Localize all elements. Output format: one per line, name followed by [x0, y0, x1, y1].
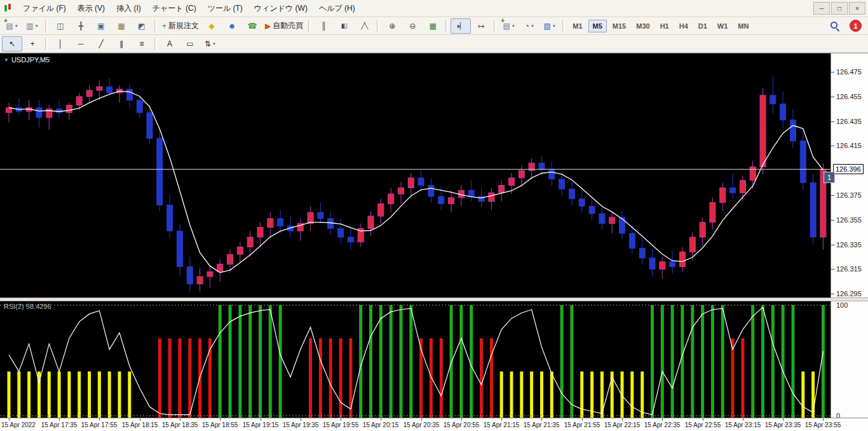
moving-average-line: [9, 91, 823, 273]
time-axis[interactable]: 15 Apr 202215 Apr 17:3515 Apr 17:5515 Ap…: [0, 418, 868, 431]
price-scale-tick: [831, 220, 834, 221]
tile-windows-button[interactable]: ▦: [423, 18, 443, 34]
new-order-button[interactable]: +新規注文: [159, 18, 201, 34]
menu-item[interactable]: チャート (C): [147, 1, 202, 17]
notification-badge[interactable]: 1: [850, 20, 862, 32]
time-scale-tick: [461, 418, 462, 421]
metaeditor-button[interactable]: ◆: [201, 18, 222, 34]
pane-separator[interactable]: [0, 298, 868, 301]
text-tool-button[interactable]: A: [159, 36, 180, 51]
community-button[interactable]: ☻: [222, 18, 242, 34]
menu-item[interactable]: ヘルプ (H): [313, 1, 361, 17]
new-chart-button[interactable]: ▤+▼: [2, 18, 22, 34]
dropdown-arrow-icon: ▼: [15, 24, 18, 28]
line-chart-icon: ╱╲: [361, 23, 367, 29]
restore-button[interactable]: □: [831, 2, 848, 15]
support-button[interactable]: ☎: [242, 18, 262, 34]
periods-button[interactable]: ◔▼: [519, 18, 539, 34]
zoom-out-button[interactable]: ⊖: [402, 18, 423, 34]
minimize-button[interactable]: ─: [813, 2, 830, 15]
trendline-tool-button[interactable]: ╱: [91, 36, 111, 51]
terminal-button[interactable]: ▦: [111, 18, 132, 34]
community-icon: ☻: [228, 22, 236, 30]
crosshair-tool-button[interactable]: +: [22, 36, 43, 51]
auto-trading-button[interactable]: ▶自動売買: [262, 18, 306, 34]
standard-toolbar: ▤+▼▥▼◫╋▣▦◩+新規注文◆☻☎▶自動売買║▮▯╱╲⊕⊖▦▸▏↦▤+▼◔▼▧…: [0, 17, 868, 35]
templates-button[interactable]: ▧▼: [539, 18, 560, 34]
arrows-icon: ⇅: [205, 40, 211, 48]
time-scale-tick: [261, 418, 261, 421]
search-button[interactable]: [824, 18, 844, 34]
time-scale-label: 15 Apr 17:35: [37, 421, 81, 428]
horizontal-line-tool-button[interactable]: ─: [71, 36, 91, 51]
text-icon: A: [167, 40, 172, 48]
timeframe-mn-button[interactable]: MN: [733, 20, 753, 32]
periods-clock-icon: ◔: [525, 22, 529, 30]
timeframe-m30-button[interactable]: M30: [632, 20, 654, 32]
auto-scroll-button[interactable]: ▸▏: [451, 18, 471, 34]
timeframe-m5-button[interactable]: M5: [588, 20, 607, 32]
price-axis[interactable]: 126.396 126.475126.455126.435126.415126.…: [831, 53, 868, 421]
vertical-line-icon: │: [58, 40, 63, 48]
new-order-button-label: 新規注文: [168, 20, 199, 31]
data-window-icon: ▣: [97, 22, 104, 30]
price-scale-tick: [831, 121, 834, 122]
market-watch-button[interactable]: ◫: [50, 18, 71, 34]
timeframe-w1-button[interactable]: W1: [713, 20, 733, 32]
menu-item[interactable]: 挿入 (I): [111, 1, 147, 17]
strategy-tester-button[interactable]: ◩: [132, 18, 152, 34]
templates-icon: ▧: [544, 22, 551, 30]
time-scale-label: 15 Apr 18:55: [198, 421, 242, 428]
time-scale-label: 15 Apr 17:55: [77, 421, 121, 428]
chart-symbol-label: ▼ USDJPY,M5: [4, 56, 50, 64]
channel-tool-button[interactable]: ∥: [111, 36, 132, 51]
toolbar-separator: [154, 20, 157, 32]
time-scale-label: 15 Apr 19:35: [278, 421, 323, 428]
close-button[interactable]: ×: [849, 2, 865, 15]
profiles-icon: ▥: [26, 22, 33, 30]
timeframe-h4-button[interactable]: H4: [675, 20, 693, 32]
toolbar-separator: [45, 20, 48, 32]
navigator-button[interactable]: ╋: [71, 18, 91, 34]
price-scale-label: 126.315: [836, 265, 862, 273]
plus-badge-icon: +: [4, 18, 8, 24]
current-price-label: 126.396: [833, 164, 864, 174]
profiles-button[interactable]: ▥▼: [22, 18, 43, 34]
time-scale-tick: [9, 418, 10, 421]
arrows-tool-button[interactable]: ⇅▼: [200, 36, 220, 51]
time-scale-tick: [220, 418, 220, 421]
timeframe-d1-button[interactable]: D1: [694, 20, 712, 32]
timeframe-h1-button[interactable]: H1: [656, 20, 674, 32]
timeframe-m1-button[interactable]: M1: [568, 20, 587, 32]
time-scale-tick: [823, 418, 824, 421]
bar-chart-button[interactable]: ║: [313, 18, 334, 34]
main-price-chart[interactable]: [0, 53, 831, 298]
menu-item[interactable]: 表示 (V): [72, 1, 111, 17]
menu-item[interactable]: ツール (T): [202, 1, 248, 17]
time-scale-label: 15 Apr 20:35: [399, 421, 444, 428]
menu-item[interactable]: ファイル (F): [17, 1, 72, 17]
rsi-indicator-chart[interactable]: [0, 300, 831, 421]
label-tool-button[interactable]: ▭: [180, 36, 200, 51]
time-scale-tick: [421, 418, 422, 421]
candlestick-chart-button[interactable]: ▮▯: [334, 18, 354, 34]
zoom-in-button[interactable]: ⊕: [382, 18, 402, 34]
price-scale-label: 126.295: [836, 290, 862, 298]
symbol-text: USDJPY,M5: [11, 56, 50, 64]
indicators-button[interactable]: ▤+▼: [499, 18, 519, 34]
menu-item[interactable]: ウィンドウ (W): [248, 1, 313, 17]
equidistant-channel-icon: ∥: [119, 40, 123, 48]
time-scale-tick: [541, 418, 542, 421]
chart-area: ▼ USDJPY,M5 RSI(2) 58.4296 1 126.396 126…: [0, 53, 868, 431]
data-window-button[interactable]: ▣: [91, 18, 111, 34]
timeframe-m15-button[interactable]: M15: [608, 20, 630, 32]
cursor-tool-button[interactable]: ↖: [2, 36, 22, 51]
line-chart-button[interactable]: ╱╲: [354, 18, 374, 34]
time-scale-label: 15 Apr 22:15: [600, 421, 644, 428]
vertical-line-tool-button[interactable]: │: [50, 36, 71, 51]
crosshair-icon: +: [30, 40, 34, 48]
time-scale-tick: [180, 418, 180, 421]
chart-shift-button[interactable]: ↦: [471, 18, 491, 34]
fibonacci-tool-button[interactable]: ≡: [132, 36, 152, 51]
toolbar-separator: [154, 38, 157, 50]
